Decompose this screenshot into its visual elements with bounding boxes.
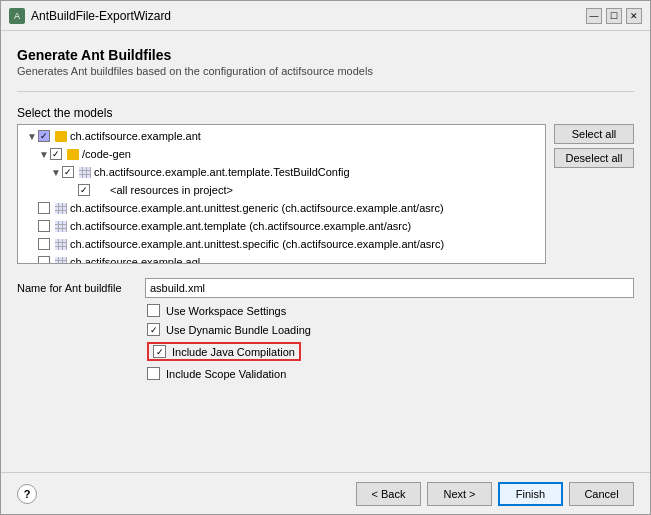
tree-text-5: ch.actifsource.example.ant.template (ch.…: [70, 220, 411, 232]
tree-text-1: /code-gen: [82, 148, 131, 160]
grid-icon-6: [54, 238, 68, 250]
tree-side-buttons: Select all Deselect all: [554, 124, 634, 264]
checkbox-1[interactable]: [50, 148, 62, 160]
dynamic-bundle-row: Use Dynamic Bundle Loading: [17, 323, 634, 336]
include-scope-checkbox[interactable]: [147, 367, 160, 380]
use-workspace-row: Use Workspace Settings: [17, 304, 634, 317]
tree-text-6: ch.actifsource.example.ant.unittest.spec…: [70, 238, 444, 250]
footer-buttons: < Back Next > Finish Cancel: [356, 482, 634, 506]
none-icon-3: [94, 184, 108, 196]
grid-icon-4: [54, 202, 68, 214]
wizard-window: A AntBuildFile-ExportWizard — ☐ ✕ Genera…: [0, 0, 651, 515]
buildfile-row: Name for Ant buildfile: [17, 278, 634, 298]
next-button[interactable]: Next >: [427, 482, 492, 506]
back-button[interactable]: < Back: [356, 482, 421, 506]
checkbox-4[interactable]: [38, 202, 50, 214]
folder-icon-1: [66, 148, 80, 160]
tree-row-7[interactable]: ch.actifsource.example.agl: [20, 253, 543, 264]
select-all-button[interactable]: Select all: [554, 124, 634, 144]
grid-icon-2: [78, 166, 92, 178]
help-button[interactable]: ?: [17, 484, 37, 504]
checkbox-2[interactable]: [62, 166, 74, 178]
tree-text-4: ch.actifsource.example.ant.unittest.gene…: [70, 202, 444, 214]
tree-area: ▼ ch.actifsource.example.ant ▼ /code-gen: [17, 124, 634, 264]
tree-row-5[interactable]: ch.actifsource.example.ant.template (ch.…: [20, 217, 543, 235]
tree-text-7: ch.actifsource.example.agl: [70, 256, 200, 264]
expand-icon-3: [66, 184, 78, 196]
buildfile-label: Name for Ant buildfile: [17, 282, 137, 294]
cancel-button[interactable]: Cancel: [569, 482, 634, 506]
tree-row-1[interactable]: ▼ /code-gen: [20, 145, 543, 163]
grid-icon-7: [54, 256, 68, 264]
tree-section-label: Select the models: [17, 106, 634, 120]
tree-section: Select the models ▼ ch.actifsource.examp…: [17, 106, 634, 264]
checkbox-6[interactable]: [38, 238, 50, 250]
expand-icon-5: [26, 220, 38, 232]
tree-row-4[interactable]: ch.actifsource.example.ant.unittest.gene…: [20, 199, 543, 217]
tree-row-6[interactable]: ch.actifsource.example.ant.unittest.spec…: [20, 235, 543, 253]
expand-icon-6: [26, 238, 38, 250]
tree-row-0[interactable]: ▼ ch.actifsource.example.ant: [20, 127, 543, 145]
expand-icon-4: [26, 202, 38, 214]
folder-icon-0: [54, 130, 68, 142]
header-divider: [17, 91, 634, 92]
tree-text-2: ch.actifsource.example.ant.template.Test…: [94, 166, 350, 178]
tree-text-0: ch.actifsource.example.ant: [70, 130, 201, 142]
expand-icon-2[interactable]: ▼: [50, 166, 62, 178]
maximize-button[interactable]: ☐: [606, 8, 622, 24]
include-java-label: Include Java Compilation: [172, 346, 295, 358]
window-controls: — ☐ ✕: [586, 8, 642, 24]
include-scope-row: Include Scope Validation: [17, 367, 634, 380]
tree-row-3[interactable]: <all resources in project>: [20, 181, 543, 199]
page-title: Generate Ant Buildfiles: [17, 47, 634, 63]
window-title: AntBuildFile-ExportWizard: [31, 9, 586, 23]
wizard-footer: ? < Back Next > Finish Cancel: [1, 472, 650, 514]
use-workspace-checkbox[interactable]: [147, 304, 160, 317]
expand-icon-7: [26, 256, 38, 264]
tree-text-3: <all resources in project>: [110, 184, 233, 196]
grid-icon-5: [54, 220, 68, 232]
expand-icon-0[interactable]: ▼: [26, 130, 38, 142]
wizard-content: Generate Ant Buildfiles Generates Ant bu…: [1, 31, 650, 472]
buildfile-input[interactable]: [145, 278, 634, 298]
tree-row-2[interactable]: ▼ ch.actifsource.example.ant.template.Te…: [20, 163, 543, 181]
checkbox-5[interactable]: [38, 220, 50, 232]
dynamic-bundle-label: Use Dynamic Bundle Loading: [166, 324, 311, 336]
include-scope-label: Include Scope Validation: [166, 368, 286, 380]
form-section: Name for Ant buildfile Use Workspace Set…: [17, 278, 634, 380]
header-section: Generate Ant Buildfiles Generates Ant bu…: [17, 47, 634, 77]
minimize-button[interactable]: —: [586, 8, 602, 24]
include-java-row: Include Java Compilation: [17, 342, 634, 361]
page-subtitle: Generates Ant buildfiles based on the co…: [17, 65, 634, 77]
dynamic-bundle-checkbox[interactable]: [147, 323, 160, 336]
close-button[interactable]: ✕: [626, 8, 642, 24]
finish-button[interactable]: Finish: [498, 482, 563, 506]
use-workspace-label: Use Workspace Settings: [166, 305, 286, 317]
checkbox-7[interactable]: [38, 256, 50, 264]
app-icon: A: [9, 8, 25, 24]
checkbox-0[interactable]: [38, 130, 50, 142]
include-java-highlight: Include Java Compilation: [147, 342, 301, 361]
include-java-checkbox[interactable]: [153, 345, 166, 358]
model-tree[interactable]: ▼ ch.actifsource.example.ant ▼ /code-gen: [17, 124, 546, 264]
titlebar: A AntBuildFile-ExportWizard — ☐ ✕: [1, 1, 650, 31]
deselect-all-button[interactable]: Deselect all: [554, 148, 634, 168]
expand-icon-1[interactable]: ▼: [38, 148, 50, 160]
checkbox-3[interactable]: [78, 184, 90, 196]
